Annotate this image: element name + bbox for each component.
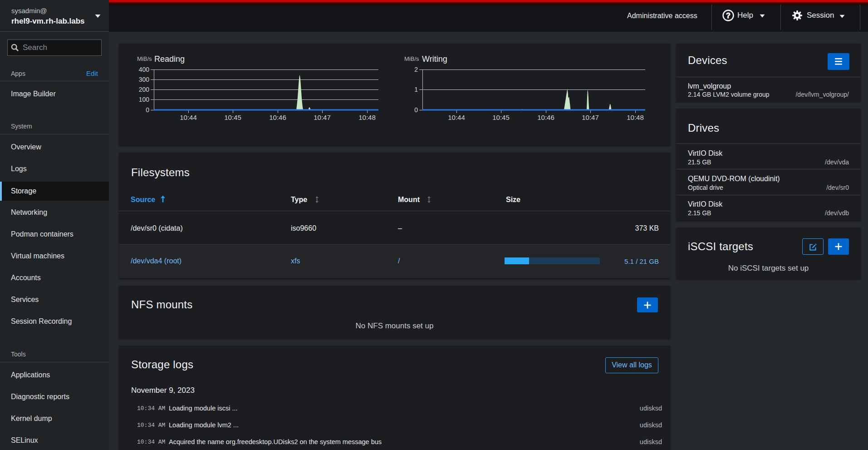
svg-text:200: 200: [139, 86, 150, 93]
svg-text:10:48: 10:48: [627, 114, 644, 121]
svg-text:MiB/s: MiB/s: [404, 55, 419, 62]
svg-text:10:48: 10:48: [358, 114, 376, 121]
svg-text:10:47: 10:47: [582, 114, 599, 121]
svg-text:10:44: 10:44: [448, 114, 465, 121]
svg-text:10:46: 10:46: [269, 114, 286, 121]
svg-text:10:45: 10:45: [492, 114, 510, 121]
svg-text:400: 400: [139, 66, 150, 73]
svg-text:10:47: 10:47: [314, 114, 331, 121]
svg-text:Reading: Reading: [154, 54, 185, 64]
svg-text:300: 300: [139, 76, 150, 83]
svg-text:10:46: 10:46: [537, 114, 554, 121]
svg-text:Writing: Writing: [422, 54, 447, 64]
svg-text:MiB/s: MiB/s: [137, 55, 152, 62]
svg-text:1: 1: [414, 86, 418, 93]
svg-text:10:45: 10:45: [224, 114, 241, 121]
svg-text:2: 2: [414, 66, 418, 73]
svg-text:100: 100: [139, 96, 150, 103]
svg-text:?: ?: [726, 12, 731, 20]
svg-text:0: 0: [414, 106, 418, 114]
svg-text:10:44: 10:44: [180, 114, 197, 121]
svg-text:0: 0: [146, 106, 149, 114]
